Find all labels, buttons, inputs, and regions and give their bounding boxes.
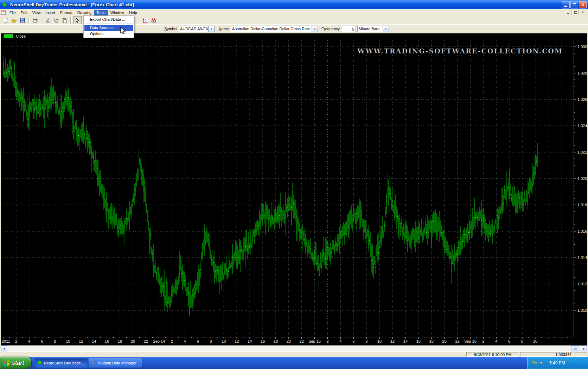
svg-text:1.010: 1.010 bbox=[577, 308, 587, 312]
dropdown-arrow-icon[interactable]: ▼ bbox=[312, 26, 318, 32]
name-value: Australian Dollar-Canadian Dollar Cross … bbox=[231, 26, 312, 32]
svg-text:12: 12 bbox=[235, 339, 239, 343]
svg-text:1.022: 1.022 bbox=[577, 150, 587, 154]
price-chart-canvas[interactable]: 1.0301.0281.0261.0241.0221.0201.0181.016… bbox=[1, 33, 587, 345]
chart-document-icon bbox=[1, 10, 7, 15]
copy-icon[interactable] bbox=[52, 16, 60, 24]
menu-view[interactable]: View bbox=[30, 10, 43, 15]
system-tray: 5:49 PM bbox=[527, 357, 588, 369]
mdi-close-button[interactable]: × bbox=[580, 10, 586, 15]
svg-text:18: 18 bbox=[118, 339, 122, 343]
mouse-cursor bbox=[120, 27, 127, 35]
taskbar-button-neuroshell-daytrade[interactable]: NeuroShell DayTrade... bbox=[35, 358, 88, 368]
clock: 5:49 PM bbox=[549, 361, 565, 365]
minimize-button[interactable] bbox=[562, 1, 570, 8]
svg-text:4: 4 bbox=[495, 339, 497, 343]
title-bar: NeuroShell DayTrader Professional - [For… bbox=[0, 0, 588, 9]
svg-text:22: 22 bbox=[144, 339, 148, 343]
mdi-minimize-button[interactable] bbox=[565, 10, 571, 15]
symbol-combobox[interactable]: AUDCAD A0-FX ▼ bbox=[179, 26, 215, 32]
status-price-value: 1.030344 bbox=[520, 352, 574, 357]
bar-type-combobox[interactable]: Minute Bars ▼ bbox=[357, 26, 389, 32]
window-title: NeuroShell DayTrader Professional - [For… bbox=[10, 2, 134, 7]
menu-tools[interactable]: Tools bbox=[94, 10, 108, 15]
svg-text:1.016: 1.016 bbox=[577, 229, 587, 233]
new-file-icon[interactable] bbox=[1, 16, 10, 24]
save-icon[interactable] bbox=[18, 16, 27, 24]
windows-logo-icon bbox=[4, 360, 10, 366]
chart-style-icon[interactable] bbox=[141, 16, 150, 24]
svg-text:4: 4 bbox=[339, 339, 341, 343]
svg-text:12: 12 bbox=[390, 339, 395, 343]
svg-text:16: 16 bbox=[416, 339, 421, 343]
svg-text:1.014: 1.014 bbox=[577, 255, 587, 260]
svg-text:10: 10 bbox=[66, 339, 70, 343]
svg-text:6: 6 bbox=[508, 339, 510, 343]
menu-item-export-chart-data[interactable]: Export Chart/Data ... bbox=[84, 17, 133, 22]
svg-text:22: 22 bbox=[455, 339, 459, 343]
svg-text:1.024: 1.024 bbox=[577, 124, 587, 128]
network-icon[interactable] bbox=[532, 360, 537, 366]
svg-text:6: 6 bbox=[197, 339, 199, 343]
svg-text:WWW.TRADING-SOFTWARE-COLLECTIO: WWW.TRADING-SOFTWARE-COLLECTION.COM bbox=[357, 47, 563, 55]
svg-text:2: 2 bbox=[326, 339, 328, 343]
svg-text:16: 16 bbox=[261, 339, 265, 343]
close-icon: × bbox=[581, 2, 584, 7]
paste-icon[interactable] bbox=[60, 16, 69, 24]
forex-chart[interactable]: 1.0301.0281.0261.0241.0221.0201.0181.016… bbox=[0, 33, 588, 345]
mdi-close-icon: × bbox=[582, 11, 584, 14]
svg-text:18: 18 bbox=[429, 339, 434, 343]
svg-text:8: 8 bbox=[365, 339, 368, 343]
print-icon[interactable] bbox=[31, 16, 39, 24]
svg-text:20: 20 bbox=[287, 339, 291, 343]
minimize-icon bbox=[564, 6, 567, 7]
svg-text:1.020: 1.020 bbox=[577, 176, 587, 181]
start-label: start bbox=[12, 360, 24, 366]
menu-format[interactable]: Format bbox=[58, 10, 75, 15]
mdi-minimize-icon bbox=[567, 13, 569, 14]
status-stub-cell bbox=[575, 352, 587, 357]
dropdown-arrow-icon[interactable]: ▼ bbox=[383, 26, 389, 32]
svg-text:Close: Close bbox=[16, 34, 26, 38]
taskbar-button-esignal-data-manager[interactable]: eSignal Data Manager bbox=[89, 358, 142, 368]
menu-drawing[interactable]: Drawing bbox=[75, 10, 94, 15]
menu-help[interactable]: Help bbox=[127, 10, 140, 15]
neuroshell-icon bbox=[37, 360, 42, 366]
scroll-right-button[interactable]: ► bbox=[581, 345, 587, 351]
svg-text:2: 2 bbox=[15, 339, 17, 343]
svg-text:6: 6 bbox=[41, 339, 43, 343]
pointer-icon[interactable] bbox=[73, 16, 82, 24]
svg-text:16: 16 bbox=[105, 339, 109, 343]
svg-text:10: 10 bbox=[377, 339, 382, 343]
bar-type-value: Minute Bars bbox=[358, 26, 383, 32]
mdi-restore-button[interactable] bbox=[572, 10, 579, 15]
dropdown-arrow-icon[interactable]: ▼ bbox=[208, 26, 214, 32]
taskbar: start NeuroShell DayTrade...eSignal Data… bbox=[0, 357, 588, 369]
frequency-label: Frequency bbox=[321, 27, 340, 31]
menu-window[interactable]: Window bbox=[108, 10, 127, 15]
svg-text:2011: 2011 bbox=[2, 339, 10, 343]
menu-edit[interactable]: Edit bbox=[18, 10, 30, 15]
svg-text:10: 10 bbox=[222, 339, 226, 343]
frequency-input[interactable] bbox=[342, 26, 356, 32]
svg-text:Sep 15: Sep 15 bbox=[308, 339, 321, 343]
name-combobox[interactable]: Australian Dollar-Canadian Dollar Cross … bbox=[231, 26, 318, 32]
cut-icon[interactable] bbox=[44, 16, 52, 24]
svg-text:20: 20 bbox=[442, 339, 446, 343]
start-button[interactable]: start bbox=[0, 357, 31, 369]
restore-button[interactable] bbox=[570, 1, 578, 8]
close-button[interactable]: × bbox=[579, 1, 587, 8]
application-window: NeuroShell DayTrader Professional - [For… bbox=[0, 0, 588, 369]
open-file-icon[interactable] bbox=[10, 16, 18, 24]
indicator-icon[interactable] bbox=[150, 16, 158, 24]
menu-file[interactable]: File bbox=[7, 10, 18, 15]
volume-icon[interactable] bbox=[539, 360, 545, 366]
menu-insert[interactable]: Insert bbox=[43, 10, 58, 15]
svg-text:Sep 16: Sep 16 bbox=[464, 339, 477, 343]
svg-text:Sep 14: Sep 14 bbox=[153, 339, 165, 343]
chart-horizontal-scrollbar[interactable]: ◄ ► bbox=[1, 345, 587, 351]
scroll-left-button[interactable]: ◄ bbox=[1, 345, 7, 351]
toolbar-separator bbox=[28, 17, 30, 24]
scrollbar-thumb[interactable] bbox=[571, 345, 580, 351]
svg-text:1.026: 1.026 bbox=[577, 97, 587, 102]
